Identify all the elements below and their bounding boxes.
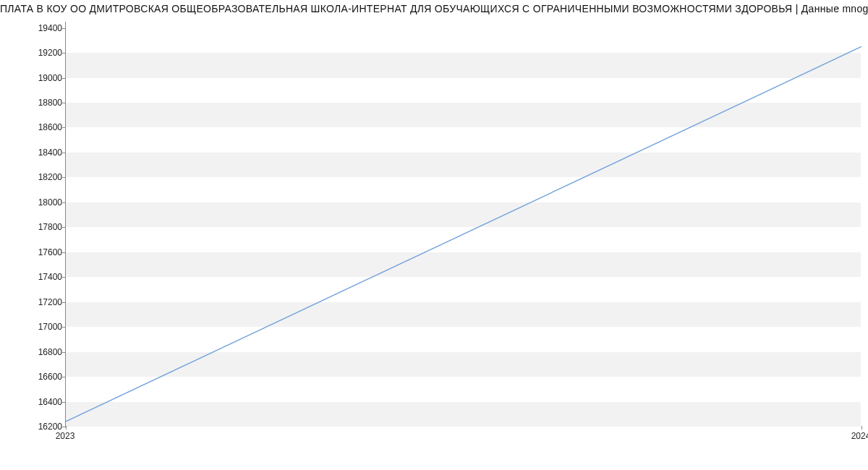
y-tick-label: 19400	[4, 23, 62, 33]
chart-container: ПЛАТА В КОУ ОО ДМИТРОВСКАЯ ОБЩЕОБРАЗОВАТ…	[0, 0, 868, 470]
x-tick-label: 2024	[851, 431, 868, 441]
y-tick	[62, 78, 66, 79]
y-tick	[62, 402, 66, 403]
y-tick-label: 17200	[4, 297, 62, 307]
y-tick	[62, 53, 66, 54]
line-series	[66, 22, 861, 427]
y-tick-label: 18400	[4, 148, 62, 158]
y-tick	[62, 28, 66, 29]
y-tick-label: 19200	[4, 48, 62, 58]
y-tick-label: 17800	[4, 222, 62, 232]
y-tick-label: 16800	[4, 347, 62, 357]
y-tick	[62, 277, 66, 278]
y-tick	[62, 227, 66, 228]
y-tick	[62, 377, 66, 377]
y-tick	[62, 153, 66, 153]
x-tick-label: 2023	[56, 431, 75, 441]
y-tick	[62, 202, 66, 203]
y-tick	[62, 252, 66, 253]
chart-title: ПЛАТА В КОУ ОО ДМИТРОВСКАЯ ОБЩЕОБРАЗОВАТ…	[0, 3, 868, 14]
y-tick	[62, 177, 66, 178]
x-tick	[861, 426, 862, 430]
y-tick-label: 17600	[4, 247, 62, 257]
y-tick-label: 18800	[4, 98, 62, 108]
y-tick-label: 16400	[4, 397, 62, 407]
y-tick	[62, 127, 66, 128]
y-tick-label: 17400	[4, 272, 62, 282]
y-tick	[62, 327, 66, 328]
y-tick	[62, 103, 66, 103]
y-tick-label: 16200	[4, 422, 62, 432]
y-tick-label: 17000	[4, 322, 62, 332]
plot-area	[65, 22, 861, 427]
y-tick-label: 18200	[4, 172, 62, 182]
y-tick	[62, 302, 66, 303]
x-tick	[66, 426, 67, 430]
y-tick-label: 18000	[4, 197, 62, 208]
y-tick-label: 19000	[4, 73, 62, 83]
y-tick-label: 18600	[4, 122, 62, 132]
y-tick-label: 16600	[4, 372, 62, 382]
y-tick	[62, 352, 66, 353]
